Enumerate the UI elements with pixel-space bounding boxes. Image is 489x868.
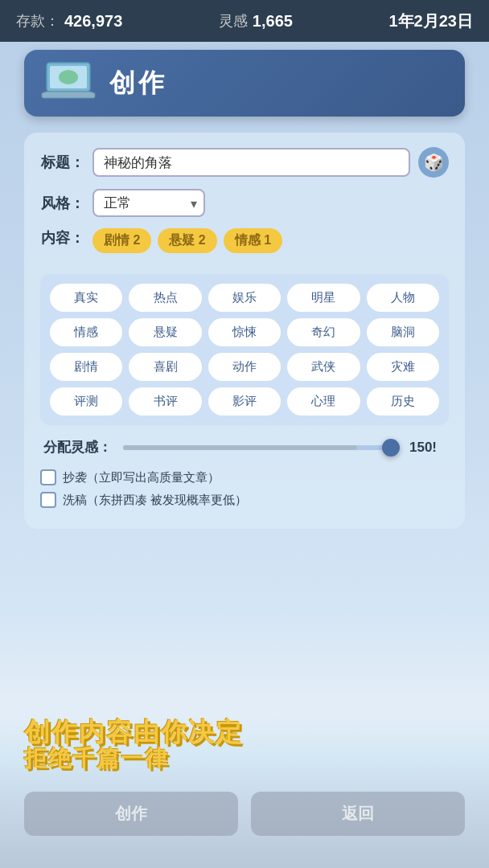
style-label: 风格： <box>40 194 84 213</box>
category-btn-8[interactable]: 奇幻 <box>287 318 360 346</box>
category-btn-4[interactable]: 人物 <box>367 284 439 312</box>
checkbox-plagiarism[interactable] <box>40 469 56 485</box>
category-btn-0[interactable]: 真实 <box>50 284 122 312</box>
page-title: 创作 <box>109 66 167 101</box>
create-button[interactable]: 创作 <box>24 792 238 836</box>
title-row: 标题： 🎲 <box>40 147 449 178</box>
title-label: 标题： <box>40 153 84 172</box>
savings-value: 426,973 <box>64 12 122 31</box>
date-display: 1年2月23日 <box>388 10 473 32</box>
category-btn-9[interactable]: 脑洞 <box>367 318 439 346</box>
category-btn-18[interactable]: 心理 <box>287 387 360 416</box>
content-tag-0[interactable]: 剧情 2 <box>92 228 151 253</box>
style-row: 风格： 正常 轻松 严肃 幽默 <box>40 189 449 217</box>
category-btn-13[interactable]: 武侠 <box>287 353 360 381</box>
bottom-buttons: 创作 返回 <box>24 792 465 836</box>
inspiration-label: 灵感 <box>219 11 248 31</box>
checkbox-plagiarism-row: 抄袭（立即写出高质量文章） <box>40 469 449 485</box>
slider-value: 150! <box>409 440 446 456</box>
category-btn-16[interactable]: 书评 <box>129 387 201 416</box>
header-card: 创作 <box>24 50 465 117</box>
title-input[interactable] <box>92 148 410 177</box>
category-btn-3[interactable]: 明星 <box>287 284 360 312</box>
content-tags: 剧情 2 悬疑 2 情感 1 <box>92 228 282 253</box>
promo-line2: 拒绝千篇一律 <box>24 747 465 772</box>
promo-text: 创作内容由你决定 拒绝千篇一律 <box>24 719 465 772</box>
style-select[interactable]: 正常 轻松 严肃 幽默 <box>92 189 205 217</box>
svg-point-2 <box>59 70 78 84</box>
form-section: 标题： 🎲 风格： 正常 轻松 严肃 幽默 内容： 剧情 2 <box>24 133 465 529</box>
main-content: 创作 标题： 🎲 风格： 正常 轻松 严肃 幽默 内容 <box>0 42 489 545</box>
checkbox-rewrite[interactable] <box>40 492 56 508</box>
checkbox-rewrite-label: 洗稿（东拼西凑 被发现概率更低） <box>63 493 247 508</box>
category-btn-12[interactable]: 动作 <box>208 353 281 381</box>
slider-thumb[interactable] <box>382 439 400 457</box>
category-btn-6[interactable]: 悬疑 <box>129 318 201 346</box>
category-btn-19[interactable]: 历史 <box>367 387 439 416</box>
category-btn-17[interactable]: 影评 <box>208 387 281 416</box>
inspiration-display: 灵感 1,665 <box>219 11 293 31</box>
slider-fill <box>123 445 357 450</box>
slider-row: 分配灵感： 150! <box>40 438 449 457</box>
checkbox-rewrite-row: 洗稿（东拼西凑 被发现概率更低） <box>40 492 449 508</box>
category-btn-7[interactable]: 惊悚 <box>208 318 281 346</box>
checkbox-plagiarism-label: 抄袭（立即写出高质量文章） <box>63 470 220 485</box>
dice-button[interactable]: 🎲 <box>418 147 449 178</box>
top-bar: 存款： 426,973 灵感 1,665 1年2月23日 <box>0 0 489 42</box>
inspiration-value: 1,665 <box>253 12 293 31</box>
category-btn-10[interactable]: 剧情 <box>50 353 122 381</box>
content-tag-2[interactable]: 情感 1 <box>224 228 282 253</box>
laptop-icon <box>40 61 97 105</box>
date-value: 1年2月23日 <box>388 10 473 32</box>
promo-line1: 创作内容由你决定 <box>24 719 465 747</box>
slider-label: 分配灵感： <box>43 438 112 457</box>
dice-icon: 🎲 <box>424 153 444 172</box>
content-tag-1[interactable]: 悬疑 2 <box>158 228 216 253</box>
category-btn-2[interactable]: 娱乐 <box>208 284 281 312</box>
category-btn-5[interactable]: 情感 <box>50 318 122 346</box>
savings-display: 存款： 426,973 <box>16 11 122 31</box>
savings-label: 存款： <box>16 11 60 31</box>
content-label: 内容： <box>40 228 84 248</box>
category-grid: 真实热点娱乐明星人物情感悬疑惊悚奇幻脑洞剧情喜剧动作武侠灾难评测书评影评心理历史 <box>40 274 449 425</box>
category-btn-15[interactable]: 评测 <box>50 387 122 416</box>
category-btn-1[interactable]: 热点 <box>129 284 201 312</box>
slider-track[interactable] <box>123 445 398 450</box>
category-btn-14[interactable]: 灾难 <box>367 353 439 381</box>
content-row: 内容： 剧情 2 悬疑 2 情感 1 <box>40 228 449 263</box>
category-btn-11[interactable]: 喜剧 <box>129 353 201 381</box>
back-button[interactable]: 返回 <box>251 792 465 836</box>
style-select-wrapper: 正常 轻松 严肃 幽默 <box>92 189 205 217</box>
